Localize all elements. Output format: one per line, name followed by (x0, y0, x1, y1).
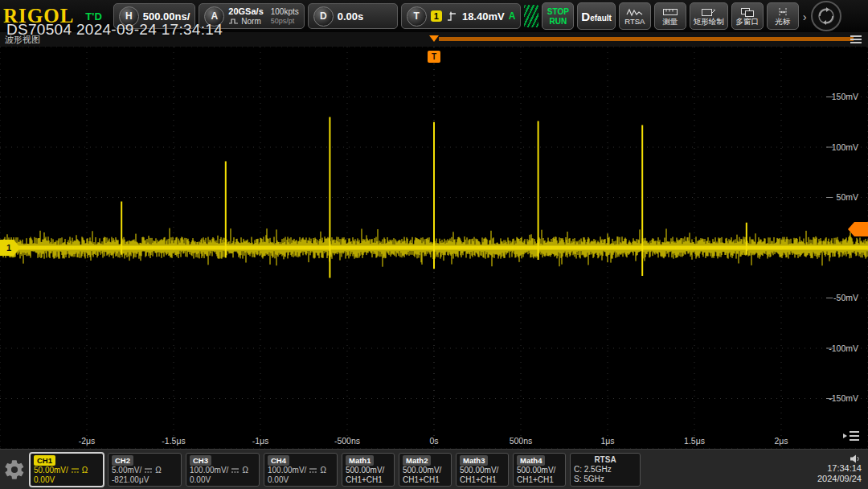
math3-expr: CH1+CH1 (460, 475, 497, 485)
math4-tag: Math4 (517, 455, 545, 466)
waveform-area[interactable]: 150mV100mV50mV-50mV-100mV-150mV-2μs-1.5μ… (0, 47, 868, 449)
math1-expr: CH1+CH1 (346, 475, 383, 485)
run-label: RUN (550, 17, 567, 26)
cursor-icon (776, 7, 790, 17)
svg-text:-2μs: -2μs (79, 436, 96, 446)
rtsa-center-freq: C: 2.5GHz (574, 465, 612, 475)
menu-icon[interactable] (850, 35, 862, 43)
gear-icon[interactable] (3, 458, 26, 481)
rtsa-button[interactable]: RTSA (619, 2, 651, 30)
svg-text:-1μs: -1μs (252, 436, 269, 446)
ch4-tag: CH4 (268, 455, 289, 466)
svg-text:1μs: 1μs (600, 436, 614, 446)
collapse-icon[interactable] (842, 429, 860, 446)
dc-coupling-icon (231, 467, 240, 474)
math4-expr: CH1+CH1 (517, 475, 554, 485)
svg-text:-1.5μs: -1.5μs (162, 436, 185, 446)
measure-icon (662, 7, 678, 17)
oscilloscope-screen: RIGOL T'D H 500.00ns/ A 20GSa/s Norm 100… (0, 0, 868, 489)
default-button[interactable]: Default (577, 2, 616, 30)
delay-value: 0.00s (338, 10, 364, 23)
dc-coupling-icon (144, 467, 153, 474)
stop-label: STOP (547, 7, 569, 16)
ch2-impedance: Ω (155, 466, 161, 475)
run-stop-button[interactable]: STOP RUN (542, 2, 574, 30)
svg-text:50mV: 50mV (837, 192, 858, 202)
channel-box-ch4[interactable]: CH4 100.00mV/ Ω 0.00V (264, 453, 338, 487)
math3-box[interactable]: Math3 500.00mV/ CH1+CH1 (456, 453, 509, 487)
memory-position-bar[interactable] (439, 37, 854, 41)
ch4-offset: 0.00V (268, 475, 289, 485)
math1-box[interactable]: Math1 500.00mV/ CH1+CH1 (342, 453, 395, 487)
measure-label: 测量 (662, 18, 678, 26)
trigger-position-arrow-icon[interactable] (429, 35, 439, 42)
clock-time: 17:34:14 (827, 463, 862, 474)
multi-window-label: 多窗口 (736, 18, 760, 26)
memory-depth-value: 100kpts (271, 7, 299, 16)
dc-coupling-icon (309, 467, 317, 474)
dc-coupling-icon (71, 467, 80, 474)
ch2-tag: CH2 (112, 455, 133, 466)
svg-text:1.5μs: 1.5μs (684, 436, 705, 446)
trigger-position-badge[interactable]: T (428, 51, 440, 63)
trigger-holdoff-indicator (524, 5, 538, 27)
rtsa-label: RTSA (624, 18, 645, 26)
ch1-offset: 0.00V (34, 475, 55, 485)
draw-rect-label: 矩形绘制 (694, 18, 724, 26)
draw-rect-button[interactable]: 矩形绘制 (690, 2, 728, 30)
cursor-button[interactable]: 光标 (767, 2, 799, 30)
waveform-plot[interactable]: 150mV100mV50mV-50mV-100mV-150mV-2μs-1.5μ… (0, 47, 868, 449)
math1-tag: Math1 (346, 455, 374, 466)
math2-scale: 500.00mV/ (403, 466, 441, 475)
measure-button[interactable]: 测量 (654, 2, 686, 30)
math3-tag: Math3 (460, 455, 488, 466)
math2-tag: Math2 (403, 455, 431, 466)
ch3-impedance: Ω (242, 466, 248, 475)
ch4-scale: 100.00mV/ (268, 466, 306, 475)
math4-box[interactable]: Math4 500.00mV/ CH1+CH1 (513, 453, 566, 487)
math1-scale: 500.00mV/ (346, 466, 384, 475)
acquire-mode: Norm (241, 17, 260, 26)
svg-text:150mV: 150mV (832, 92, 858, 101)
trigger-level-value: 18.40mV (462, 10, 505, 23)
clock-date: 2024/09/24 (817, 474, 862, 484)
default-label: Default (581, 10, 612, 23)
clock-panel: 17:34:14 2024/09/24 (817, 454, 865, 484)
svg-text:500ns: 500ns (510, 436, 533, 446)
ch1-impedance: Ω (82, 466, 88, 475)
svg-text:-50mV: -50mV (833, 293, 858, 302)
ch3-tag: CH3 (190, 455, 211, 466)
math2-box[interactable]: Math2 500.00mV/ CH1+CH1 (399, 453, 452, 487)
svg-text:-500ns: -500ns (334, 436, 360, 446)
ch2-scale: 5.00mV/ (112, 466, 141, 475)
bottom-bar: CH1 50.00mV/ Ω 0.00V CH2 5.00mV/ Ω -821.… (0, 449, 868, 489)
ch1-scale: 50.00mV/ (34, 466, 68, 475)
rtsa-box[interactable]: RTSA C: 2.5GHz S: 5GHz (570, 453, 641, 487)
delay-group[interactable]: D 0.00s (308, 3, 398, 29)
svg-text:1: 1 (6, 243, 11, 253)
channel-box-ch1[interactable]: CH1 50.00mV/ Ω 0.00V (30, 453, 104, 487)
rtsa-span: S: 5GHz (574, 475, 604, 484)
math4-scale: 500.00mV/ (517, 466, 555, 475)
gesture-icon[interactable] (811, 1, 841, 31)
svg-text:0s: 0s (429, 436, 438, 446)
ch3-scale: 100.00mV/ (190, 466, 228, 475)
math3-scale: 500.00mV/ (460, 466, 498, 475)
trigger-source-badge[interactable]: 1 (431, 10, 442, 22)
svg-text:100mV: 100mV (832, 142, 858, 152)
svg-text:-150mV: -150mV (829, 393, 858, 403)
draw-rect-icon (701, 7, 717, 17)
speaker-icon[interactable] (850, 454, 862, 463)
rtsa-wave-icon (626, 7, 644, 17)
channel-box-ch3[interactable]: CH3 100.00mV/ Ω 0.00V (186, 453, 260, 487)
screenshot-watermark: DS70504 2024-09-24 17:34:14 (6, 21, 223, 39)
ch3-offset: 0.00V (190, 475, 211, 485)
trigger-group[interactable]: T 1 18.40mV A (401, 3, 522, 29)
channel-box-ch2[interactable]: CH2 5.00mV/ Ω -821.00μV (108, 453, 182, 487)
ch2-offset: -821.00μV (112, 475, 149, 485)
delay-key-button[interactable]: D (313, 6, 334, 27)
toolbar-more-chevron[interactable]: › (803, 10, 807, 23)
multi-window-button[interactable]: 多窗口 (731, 2, 764, 30)
multi-window-icon (739, 7, 755, 17)
trigger-key-button[interactable]: T (407, 6, 427, 27)
